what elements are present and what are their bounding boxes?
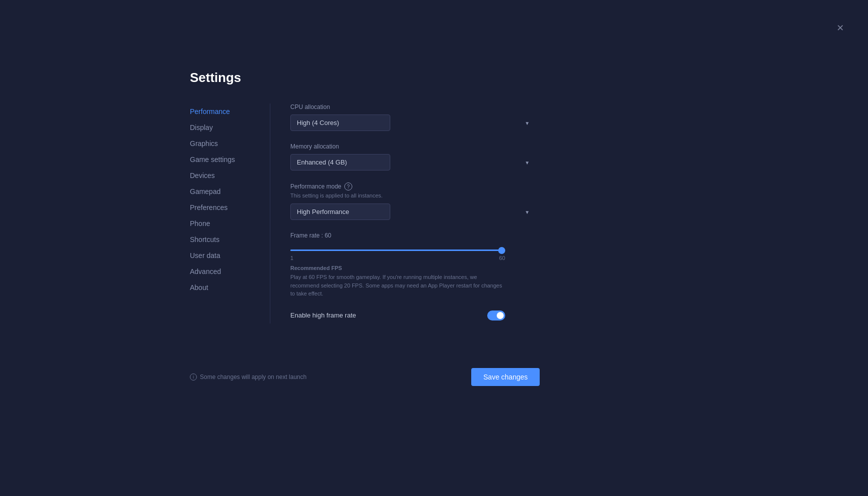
sidebar-item-about[interactable]: About xyxy=(190,280,270,296)
slider-min-label: 1 xyxy=(290,255,293,261)
memory-allocation-wrapper: Enhanced (4 GB) Standard (2 GB) Low (1 G… xyxy=(290,154,535,170)
close-button[interactable]: ✕ xyxy=(834,22,846,34)
performance-mode-note: This setting is applied to all instances… xyxy=(290,192,535,198)
performance-mode-section: Performance mode ? This setting is appli… xyxy=(290,182,535,220)
cpu-allocation-arrow: ▼ xyxy=(525,120,530,126)
sidebar-item-shortcuts[interactable]: Shortcuts xyxy=(190,232,270,248)
slider-max-label: 60 xyxy=(499,255,505,261)
cpu-allocation-wrapper: High (4 Cores) Medium (2 Cores) Low (1 C… xyxy=(290,114,535,131)
sidebar-item-graphics[interactable]: Graphics xyxy=(190,136,270,152)
settings-container: Settings Performance Display Graphics Ga… xyxy=(190,70,540,324)
memory-allocation-label: Memory allocation xyxy=(290,143,535,150)
toggle-slider-high-frame-rate xyxy=(487,310,505,320)
bottom-bar: i Some changes will apply on next launch… xyxy=(190,368,540,386)
save-changes-button[interactable]: Save changes xyxy=(471,368,540,386)
next-launch-note: i Some changes will apply on next launch xyxy=(190,374,306,380)
performance-mode-label: Performance mode xyxy=(290,183,341,190)
frame-rate-section: Frame rate : 60 1 60 Recommended FPS Pla… xyxy=(290,232,535,298)
sidebar-item-performance[interactable]: Performance xyxy=(190,104,270,120)
toggle-row-high-frame-rate: Enable high frame rate xyxy=(290,306,505,324)
memory-allocation-arrow: ▼ xyxy=(525,160,530,165)
sidebar-item-preferences[interactable]: Preferences xyxy=(190,200,270,216)
toggle-high-frame-rate[interactable] xyxy=(487,310,505,320)
info-icon: i xyxy=(190,374,197,380)
fps-description: Play at 60 FPS for smooth gameplay. If y… xyxy=(290,273,505,298)
performance-mode-select[interactable]: High Performance Balanced Power Saving xyxy=(290,204,390,220)
cpu-allocation-select[interactable]: High (4 Cores) Medium (2 Cores) Low (1 C… xyxy=(290,114,390,131)
memory-allocation-select[interactable]: Enhanced (4 GB) Standard (2 GB) Low (1 G… xyxy=(290,154,390,170)
sidebar: Performance Display Graphics Game settin… xyxy=(190,104,270,324)
page-title: Settings xyxy=(190,70,540,86)
sidebar-item-gamepad[interactable]: Gamepad xyxy=(190,184,270,200)
toggle-label-high-frame-rate: Enable high frame rate xyxy=(290,312,356,319)
recommended-fps-label: Recommended FPS xyxy=(290,265,535,271)
sidebar-item-game-settings[interactable]: Game settings xyxy=(190,152,270,168)
slider-minmax: 1 60 xyxy=(290,255,505,261)
performance-mode-label-row: Performance mode ? xyxy=(290,182,535,190)
sidebar-divider xyxy=(270,104,270,324)
sidebar-item-user-data[interactable]: User data xyxy=(190,248,270,264)
sidebar-item-phone[interactable]: Phone xyxy=(190,216,270,232)
performance-mode-arrow: ▼ xyxy=(525,209,530,214)
close-icon: ✕ xyxy=(837,22,844,34)
performance-mode-wrapper: High Performance Balanced Power Saving ▼ xyxy=(290,204,535,220)
sidebar-item-advanced[interactable]: Advanced xyxy=(190,264,270,280)
sidebar-item-display[interactable]: Display xyxy=(190,120,270,136)
frame-rate-slider[interactable] xyxy=(290,250,505,251)
frame-rate-label: Frame rate : 60 xyxy=(290,232,535,239)
settings-layout: Performance Display Graphics Game settin… xyxy=(190,104,540,324)
main-content: CPU allocation High (4 Cores) Medium (2 … xyxy=(280,104,540,324)
next-launch-text: Some changes will apply on next launch xyxy=(200,374,306,380)
performance-mode-help-icon[interactable]: ? xyxy=(344,182,352,190)
sidebar-item-devices[interactable]: Devices xyxy=(190,168,270,184)
cpu-allocation-label: CPU allocation xyxy=(290,104,535,110)
